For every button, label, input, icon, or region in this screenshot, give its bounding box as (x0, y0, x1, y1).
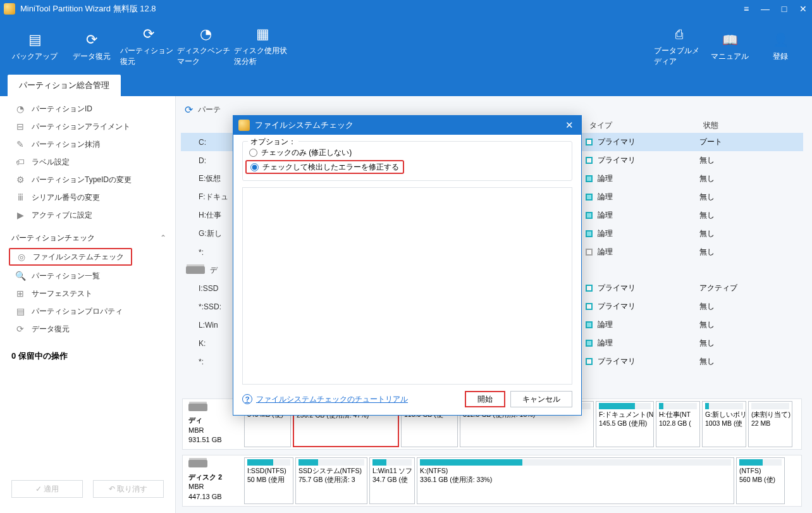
sidebar-section-partition-check[interactable]: パーティションチェック ⌃ (0, 229, 175, 247)
log-output (242, 187, 572, 385)
partition-type-icon (586, 194, 593, 201)
disk-block[interactable]: SSDシステム(NTFS)75.7 GB (使用済: 3 (295, 457, 367, 504)
sidebar-icon: ⊟ (15, 121, 25, 132)
sidebar-item[interactable]: ✎パーティション抹消 (0, 135, 175, 153)
sidebar-item[interactable]: 🔍パーティション一覧 (0, 267, 175, 285)
menu-button[interactable]: ≡ (741, 4, 751, 14)
sidebar-icon: ⅲ (15, 192, 25, 202)
sidebar-icon: ⚙ (15, 175, 25, 185)
radio-check-and-fix[interactable]: チェックして検出したエラーを修正する (245, 160, 404, 174)
filesystem-check-dialog: ファイルシステムチェック ✕ オプション： チェックのみ (修正しない) チェッ… (233, 115, 582, 416)
disk-block[interactable]: G:新しいボリ:1003 MB (使 (702, 401, 746, 448)
toolbar-icon: 👤 (772, 32, 789, 47)
app-logo-icon (4, 3, 15, 15)
sidebar-item[interactable]: ▶アクティブに設定 (0, 206, 175, 224)
sidebar-section-label: パーティションチェック (11, 233, 95, 244)
tutorial-link[interactable]: ? ファイルシステムチェックのチュートリアル (242, 394, 408, 405)
dialog-body: オプション： チェックのみ (修正しない) チェックして検出したエラーを修正する… (233, 135, 581, 415)
tabstrip: パーティション総合管理 (0, 76, 812, 96)
disk-icon (188, 460, 207, 467)
toolbar-right-button-0[interactable]: ⎙ブータブルメディア (654, 22, 704, 72)
radio-check-and-fix-input[interactable] (250, 163, 259, 171)
disk-block[interactable]: F:ドキュメント(NT145.5 GB (使用) (596, 401, 654, 448)
partition-type-icon (586, 212, 593, 219)
minimize-button[interactable]: — (760, 4, 770, 14)
help-icon: ? (242, 394, 252, 404)
toolbar-right-button-1[interactable]: 📖マニュアル (704, 22, 755, 72)
partition-type-icon (586, 321, 593, 328)
sidebar-item[interactable]: ▤パーティションプロパティ (0, 302, 175, 320)
sidebar-item[interactable]: ◔パーティションID (0, 100, 175, 118)
disk-2-label: ディスク 2 MBR 447.13 GB (185, 457, 242, 504)
dialog-close-button[interactable]: ✕ (562, 120, 576, 131)
undo-button[interactable]: ↶ 取り消す (93, 480, 164, 498)
pending-operations: 0 保留中の操作 (0, 343, 175, 369)
partition-type-icon (586, 285, 593, 292)
radio-check-only[interactable]: チェックのみ (修正しない) (249, 145, 565, 159)
sidebar: ◔パーティションID⊟パーティションアライメント✎パーティション抹消🏷ラベル設定… (0, 96, 176, 513)
partition-type-icon (586, 358, 593, 365)
partition-type-icon (586, 139, 593, 145)
dialog-logo-icon (238, 120, 250, 131)
radio-check-only-input[interactable] (249, 149, 257, 157)
disk-block[interactable]: K:(NTFS)336.1 GB (使用済: 33%) (417, 457, 734, 504)
toolbar-button-1[interactable]: ⟳データ復元 (63, 22, 120, 72)
toolbar-button-2[interactable]: ⟳パーティション復元 (120, 22, 177, 72)
main-toolbar: ▤バックアップ⟳データ復元⟳パーティション復元◔ディスクベンチマーク▦ディスク使… (0, 18, 812, 76)
sidebar-icon: 🏷 (15, 157, 25, 167)
tab-partition-management[interactable]: パーティション総合管理 (8, 75, 121, 96)
sidebar-footer: ✓ 適用 ↶ 取り消す (0, 471, 175, 513)
window-controls: ≡ — □ ✕ (741, 4, 808, 14)
sidebar-icon: 🔍 (15, 271, 25, 281)
sidebar-item[interactable]: ⚙パーティションTypeIDの変更 (0, 171, 175, 189)
app-title: MiniTool Partition Wizard 無料版 12.8 (20, 3, 741, 15)
sidebar-item[interactable]: ⅲシリアル番号の変更 (0, 189, 175, 206)
disk-block[interactable]: L:Win11 ソフ34.7 GB (使 (369, 457, 415, 504)
dialog-titlebar: ファイルシステムチェック ✕ (233, 116, 581, 135)
disk-map-2: ディスク 2 MBR 447.13 GB I:SSD(NTFS)50 MB (使… (182, 455, 802, 507)
disk-block[interactable]: (未割り当て)22 MB (748, 401, 792, 448)
maximize-button[interactable]: □ (779, 4, 789, 14)
toolbar-button-0[interactable]: ▤バックアップ (6, 22, 63, 72)
sidebar-icon: ✎ (15, 139, 25, 149)
close-button[interactable]: ✕ (798, 4, 808, 14)
sidebar-icon: ▶ (15, 210, 25, 220)
sidebar-icon: ⟳ (15, 324, 25, 334)
sidebar-item[interactable]: ⊞サーフェステスト (0, 285, 175, 302)
chevron-up-icon: ⌃ (160, 233, 166, 242)
sidebar-item-filesystem-check[interactable]: ◎ファイルシステムチェック (9, 248, 132, 266)
options-group: オプション： チェックのみ (修正しない) チェックして検出したエラーを修正する (242, 141, 572, 181)
start-button[interactable]: 開始 (465, 391, 505, 407)
cancel-button[interactable]: キャンセル (510, 391, 572, 407)
dialog-footer: ? ファイルシステムチェックのチュートリアル 開始 キャンセル (242, 391, 572, 407)
apply-button[interactable]: ✓ 適用 (11, 480, 83, 498)
disk-block[interactable]: I:SSD(NTFS)50 MB (使用 (244, 457, 293, 504)
partition-type-icon (586, 230, 593, 237)
partition-type-icon (586, 340, 593, 347)
toolbar-icon: ⎙ (670, 27, 688, 42)
disk-icon (186, 266, 205, 274)
toolbar-icon: 📖 (721, 32, 739, 47)
sidebar-item[interactable]: ⊟パーティションアライメント (0, 118, 175, 135)
titlebar: MiniTool Partition Wizard 無料版 12.8 ≡ — □… (0, 0, 812, 18)
sidebar-item[interactable]: 🏷ラベル設定 (0, 153, 175, 171)
partition-type-icon (586, 249, 593, 256)
toolbar-icon: ⟳ (140, 27, 157, 42)
header-type: タイプ (589, 120, 703, 131)
toolbar-button-3[interactable]: ◔ディスクベンチマーク (177, 22, 234, 72)
disk-block[interactable]: (NTFS)560 MB (使) (736, 457, 785, 504)
sidebar-icon: ▤ (15, 306, 25, 316)
partition-type-icon (586, 175, 593, 182)
dialog-title: ファイルシステムチェック (255, 120, 354, 131)
toolbar-icon: ▦ (254, 27, 271, 42)
options-legend: オプション： (248, 137, 298, 147)
toolbar-icon: ⟳ (83, 32, 101, 47)
refresh-icon[interactable]: ⟳ (185, 104, 193, 116)
toolbar-button-4[interactable]: ▦ディスク使用状況分析 (234, 22, 291, 72)
disk-block[interactable]: H:仕事(NT102.8 GB ( (656, 401, 700, 448)
partition-type-icon (586, 157, 593, 164)
sidebar-item[interactable]: ⟳データ復元 (0, 320, 175, 338)
sidebar-icon: ◔ (15, 104, 25, 114)
toolbar-right-button-2[interactable]: 👤登録 (755, 22, 806, 72)
partition-type-icon (586, 303, 593, 310)
